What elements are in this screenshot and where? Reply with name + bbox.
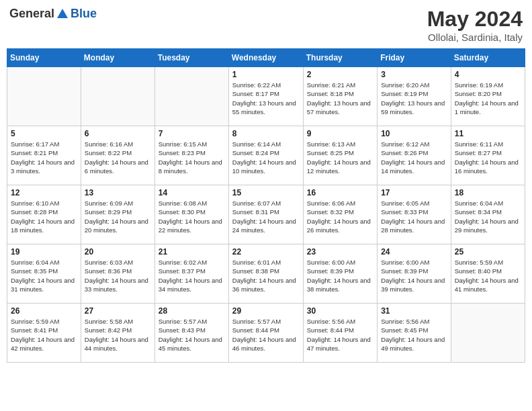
day-number: 24 [381, 247, 447, 257]
calendar-cell: 7Sunrise: 6:15 AMSunset: 8:23 PMDaylight… [154, 126, 228, 185]
day-number: 12 [11, 188, 77, 197]
calendar-cell: 19Sunrise: 6:04 AMSunset: 8:35 PMDayligh… [7, 244, 81, 304]
calendar-cell: 30Sunrise: 5:56 AMSunset: 8:44 PMDayligh… [303, 304, 377, 363]
calendar-cell [154, 67, 228, 126]
day-number: 21 [159, 247, 225, 257]
weekday-header-sunday: Sunday [7, 49, 81, 67]
calendar-cell: 29Sunrise: 5:57 AMSunset: 8:44 PMDayligh… [228, 304, 303, 363]
day-info: Sunrise: 6:22 AMSunset: 8:17 PMDaylight:… [232, 81, 300, 116]
day-number: 7 [159, 129, 225, 138]
day-info: Sunrise: 5:59 AMSunset: 8:41 PMDaylight:… [11, 317, 77, 353]
calendar-cell: 31Sunrise: 5:56 AMSunset: 8:45 PMDayligh… [378, 304, 451, 363]
calendar-cell: 6Sunrise: 6:16 AMSunset: 8:22 PMDaylight… [81, 126, 154, 185]
day-info: Sunrise: 5:59 AMSunset: 8:40 PMDaylight:… [455, 258, 521, 293]
calendar-cell: 5Sunrise: 6:17 AMSunset: 8:21 PMDaylight… [7, 126, 81, 185]
day-number: 18 [455, 188, 521, 197]
week-row-2: 5Sunrise: 6:17 AMSunset: 8:21 PMDaylight… [7, 126, 525, 185]
day-number: 4 [455, 70, 521, 79]
weekday-header-wednesday: Wednesday [228, 49, 303, 67]
calendar-cell: 8Sunrise: 6:14 AMSunset: 8:24 PMDaylight… [228, 126, 303, 185]
day-info: Sunrise: 5:58 AMSunset: 8:42 PMDaylight:… [85, 317, 151, 353]
day-info: Sunrise: 6:00 AMSunset: 8:39 PMDaylight:… [381, 258, 447, 293]
day-number: 17 [381, 188, 447, 197]
day-info: Sunrise: 6:02 AMSunset: 8:37 PMDaylight:… [159, 258, 225, 293]
calendar-cell: 18Sunrise: 6:04 AMSunset: 8:34 PMDayligh… [451, 185, 525, 244]
week-row-1: 1Sunrise: 6:22 AMSunset: 8:17 PMDaylight… [7, 67, 525, 126]
month-year: May 2024 [427, 7, 523, 32]
calendar-cell: 20Sunrise: 6:03 AMSunset: 8:36 PMDayligh… [81, 244, 154, 304]
calendar-cell: 10Sunrise: 6:12 AMSunset: 8:26 PMDayligh… [378, 126, 451, 185]
calendar-cell: 17Sunrise: 6:05 AMSunset: 8:33 PMDayligh… [378, 185, 451, 244]
calendar-cell: 27Sunrise: 5:58 AMSunset: 8:42 PMDayligh… [81, 304, 154, 363]
day-info: Sunrise: 6:08 AMSunset: 8:30 PMDaylight:… [159, 199, 225, 234]
week-row-3: 12Sunrise: 6:10 AMSunset: 8:28 PMDayligh… [7, 185, 525, 244]
calendar-table: SundayMondayTuesdayWednesdayThursdayFrid… [7, 48, 525, 363]
calendar-cell: 23Sunrise: 6:00 AMSunset: 8:39 PMDayligh… [303, 244, 377, 304]
day-info: Sunrise: 6:15 AMSunset: 8:23 PMDaylight:… [159, 140, 225, 175]
page-header: General Blue May 2024 Ollolai, Sardinia,… [7, 7, 525, 43]
calendar-cell [451, 304, 525, 363]
week-row-4: 19Sunrise: 6:04 AMSunset: 8:35 PMDayligh… [7, 244, 525, 304]
calendar-cell: 22Sunrise: 6:01 AMSunset: 8:38 PMDayligh… [228, 244, 303, 304]
svg-marker-0 [57, 9, 68, 18]
calendar-cell [7, 67, 81, 126]
day-info: Sunrise: 6:14 AMSunset: 8:24 PMDaylight:… [232, 140, 300, 175]
calendar-cell [81, 67, 154, 126]
calendar-cell: 2Sunrise: 6:21 AMSunset: 8:18 PMDaylight… [303, 67, 377, 126]
logo-blue: Blue [71, 7, 97, 21]
day-info: Sunrise: 6:21 AMSunset: 8:18 PMDaylight:… [307, 81, 373, 116]
day-number: 6 [85, 129, 151, 138]
day-info: Sunrise: 6:17 AMSunset: 8:21 PMDaylight:… [11, 140, 77, 175]
day-number: 1 [232, 70, 300, 79]
calendar-cell: 13Sunrise: 6:09 AMSunset: 8:29 PMDayligh… [81, 185, 154, 244]
day-info: Sunrise: 6:03 AMSunset: 8:36 PMDaylight:… [85, 258, 151, 293]
day-number: 23 [307, 247, 373, 257]
day-info: Sunrise: 6:11 AMSunset: 8:27 PMDaylight:… [455, 140, 521, 175]
week-row-5: 26Sunrise: 5:59 AMSunset: 8:41 PMDayligh… [7, 304, 525, 363]
day-number: 9 [307, 129, 373, 138]
calendar-cell: 9Sunrise: 6:13 AMSunset: 8:25 PMDaylight… [303, 126, 377, 185]
logo-icon [56, 7, 69, 21]
day-number: 22 [232, 247, 300, 257]
day-number: 16 [307, 188, 373, 197]
logo-general: General [9, 7, 54, 21]
day-info: Sunrise: 5:56 AMSunset: 8:45 PMDaylight:… [381, 317, 447, 353]
day-info: Sunrise: 5:57 AMSunset: 8:44 PMDaylight:… [232, 317, 300, 353]
weekday-header-friday: Friday [378, 49, 451, 67]
day-number: 15 [232, 188, 300, 197]
day-info: Sunrise: 6:13 AMSunset: 8:25 PMDaylight:… [307, 140, 373, 175]
calendar-cell: 28Sunrise: 5:57 AMSunset: 8:43 PMDayligh… [154, 304, 228, 363]
day-number: 29 [232, 306, 300, 316]
day-number: 27 [85, 306, 151, 316]
day-info: Sunrise: 5:56 AMSunset: 8:44 PMDaylight:… [307, 317, 373, 353]
location: Ollolai, Sardinia, Italy [427, 32, 523, 43]
day-info: Sunrise: 6:16 AMSunset: 8:22 PMDaylight:… [85, 140, 151, 175]
calendar-cell: 25Sunrise: 5:59 AMSunset: 8:40 PMDayligh… [451, 244, 525, 304]
day-info: Sunrise: 6:04 AMSunset: 8:34 PMDaylight:… [455, 199, 521, 234]
weekday-header-saturday: Saturday [451, 49, 525, 67]
calendar-cell: 1Sunrise: 6:22 AMSunset: 8:17 PMDaylight… [228, 67, 303, 126]
weekday-header-thursday: Thursday [303, 49, 377, 67]
calendar-cell: 15Sunrise: 6:07 AMSunset: 8:31 PMDayligh… [228, 185, 303, 244]
title-block: May 2024 Ollolai, Sardinia, Italy [427, 7, 523, 43]
calendar-cell: 16Sunrise: 6:06 AMSunset: 8:32 PMDayligh… [303, 185, 377, 244]
day-info: Sunrise: 6:05 AMSunset: 8:33 PMDaylight:… [381, 199, 447, 234]
calendar-cell: 14Sunrise: 6:08 AMSunset: 8:30 PMDayligh… [154, 185, 228, 244]
day-info: Sunrise: 6:00 AMSunset: 8:39 PMDaylight:… [307, 258, 373, 293]
day-number: 3 [381, 70, 447, 79]
day-number: 14 [159, 188, 225, 197]
weekday-header-tuesday: Tuesday [154, 49, 228, 67]
calendar-cell: 11Sunrise: 6:11 AMSunset: 8:27 PMDayligh… [451, 126, 525, 185]
day-info: Sunrise: 6:01 AMSunset: 8:38 PMDaylight:… [232, 258, 300, 293]
day-info: Sunrise: 6:20 AMSunset: 8:19 PMDaylight:… [381, 81, 447, 116]
day-number: 8 [232, 129, 300, 138]
day-number: 31 [381, 306, 447, 316]
day-number: 10 [381, 129, 447, 138]
day-info: Sunrise: 6:06 AMSunset: 8:32 PMDaylight:… [307, 199, 373, 234]
day-number: 30 [307, 306, 373, 316]
day-info: Sunrise: 6:09 AMSunset: 8:29 PMDaylight:… [85, 199, 151, 234]
day-number: 13 [85, 188, 151, 197]
weekday-header-row: SundayMondayTuesdayWednesdayThursdayFrid… [7, 49, 525, 67]
day-number: 5 [11, 129, 77, 138]
calendar-cell: 12Sunrise: 6:10 AMSunset: 8:28 PMDayligh… [7, 185, 81, 244]
